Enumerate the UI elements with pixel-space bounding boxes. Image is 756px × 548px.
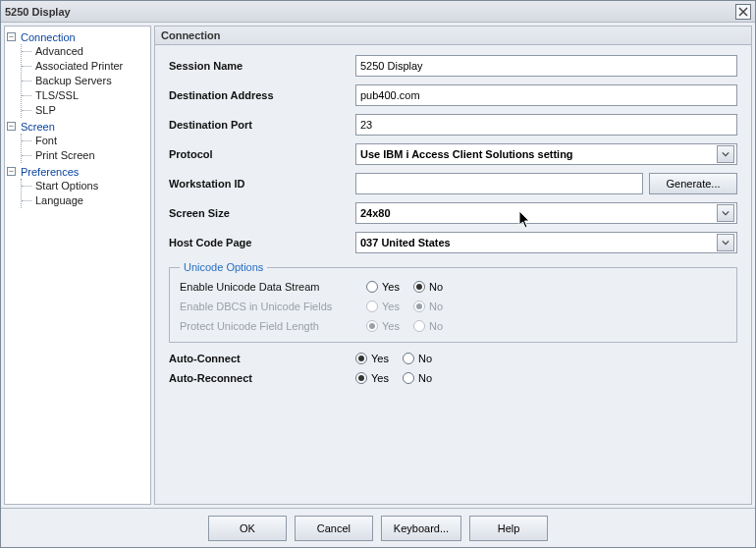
destination-address-input[interactable] [355, 84, 737, 106]
label-screen-size: Screen Size [169, 207, 355, 219]
radio-auto-connect-no[interactable]: No [403, 353, 432, 364]
close-button[interactable] [735, 4, 751, 20]
label-enable-dbcs: Enable DBCS in Unicode Fields [180, 301, 366, 312]
chevron-down-icon [717, 145, 734, 163]
titlebar: 5250 Display [1, 1, 755, 23]
session-name-input[interactable] [355, 55, 737, 77]
protocol-select[interactable]: Use IBM i Access Client Solutions settin… [355, 143, 737, 165]
label-destination-address: Destination Address [169, 89, 355, 101]
tree-item-preferences[interactable]: Preferences [21, 165, 79, 179]
unicode-options-group: Unicode Options Enable Unicode Data Stre… [169, 261, 737, 343]
nav-tree: − Connection Advanced Associated Printer… [7, 30, 148, 208]
tree-item-start-options[interactable]: Start Options [22, 179, 148, 193]
tree-item-advanced[interactable]: Advanced [22, 44, 148, 59]
radio-group-auto-reconnect: Yes No [355, 372, 432, 384]
radio-enable-dbcs-no: No [413, 301, 443, 312]
tree-item-associated-printer[interactable]: Associated Printer [22, 59, 148, 74]
radio-group-protect-unicode-length: Yes No [366, 320, 443, 332]
radio-group-enable-unicode-stream: Yes No [366, 281, 443, 293]
close-icon [738, 7, 748, 17]
label-destination-port: Destination Port [169, 119, 355, 131]
radio-group-auto-connect: Yes No [355, 353, 432, 364]
ok-button[interactable]: OK [208, 516, 287, 541]
radio-enable-unicode-stream-no[interactable]: No [413, 281, 443, 293]
tree-item-tls-ssl[interactable]: TLS/SSL [22, 88, 148, 103]
screen-size-select[interactable]: 24x80 [355, 202, 737, 224]
nav-tree-panel: − Connection Advanced Associated Printer… [4, 26, 151, 505]
tree-item-backup-servers[interactable]: Backup Servers [22, 74, 148, 88]
tree-item-language[interactable]: Language [22, 193, 148, 208]
tree-item-slp[interactable]: SLP [22, 103, 148, 118]
tree-toggle-connection[interactable]: − [7, 32, 16, 41]
radio-auto-reconnect-no[interactable]: No [403, 372, 432, 384]
radio-auto-connect-yes[interactable]: Yes [355, 353, 389, 364]
tree-item-print-screen[interactable]: Print Screen [22, 148, 148, 163]
label-workstation-id: Workstation ID [169, 178, 355, 190]
host-code-page-select[interactable]: 037 United States [355, 232, 737, 253]
label-protect-unicode-length: Protect Unicode Field Length [180, 320, 366, 332]
tree-item-font[interactable]: Font [22, 134, 148, 148]
label-auto-connect: Auto-Connect [169, 353, 355, 364]
dialog-footer: OK Cancel Keyboard... Help [1, 508, 755, 547]
workstation-id-input[interactable] [355, 173, 643, 194]
label-host-code-page: Host Code Page [169, 237, 355, 248]
help-button[interactable]: Help [469, 516, 548, 541]
main-panel: Connection Session Name Destination Addr… [154, 26, 752, 505]
window-title: 5250 Display [5, 6, 71, 18]
radio-group-enable-dbcs: Yes No [366, 301, 443, 312]
chevron-down-icon [717, 234, 734, 251]
radio-auto-reconnect-yes[interactable]: Yes [355, 372, 389, 384]
tree-toggle-screen[interactable]: − [7, 122, 16, 131]
radio-enable-unicode-stream-yes[interactable]: Yes [366, 281, 400, 293]
tree-toggle-preferences[interactable]: − [7, 167, 16, 176]
destination-port-input[interactable] [355, 114, 737, 136]
chevron-down-icon [717, 204, 734, 222]
host-code-page-select-value: 037 United States [360, 237, 451, 248]
unicode-options-legend: Unicode Options [180, 261, 267, 273]
screen-size-select-value: 24x80 [360, 207, 391, 219]
tree-item-connection[interactable]: Connection [21, 30, 76, 44]
cancel-button[interactable]: Cancel [295, 516, 373, 541]
dialog-window: 5250 Display − Connection Advanced Assoc… [0, 0, 756, 548]
label-auto-reconnect: Auto-Reconnect [169, 372, 355, 384]
label-session-name: Session Name [169, 60, 355, 72]
panel-header: Connection [155, 27, 751, 45]
radio-protect-unicode-length-yes: Yes [366, 320, 400, 332]
label-protocol: Protocol [169, 148, 355, 160]
generate-button[interactable]: Generate... [649, 173, 737, 194]
keyboard-button[interactable]: Keyboard... [381, 516, 461, 541]
radio-protect-unicode-length-no: No [413, 320, 443, 332]
protocol-select-value: Use IBM i Access Client Solutions settin… [360, 148, 573, 160]
label-enable-unicode-stream: Enable Unicode Data Stream [180, 281, 366, 293]
radio-enable-dbcs-yes: Yes [366, 301, 400, 312]
tree-item-screen[interactable]: Screen [21, 120, 55, 134]
